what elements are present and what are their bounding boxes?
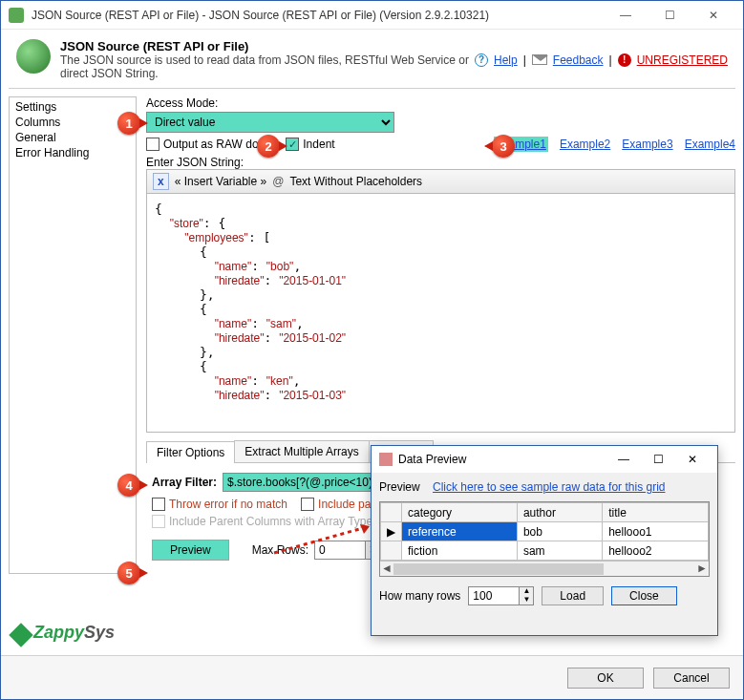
example2-link[interactable]: Example2 bbox=[560, 138, 610, 151]
no-placeholders-label[interactable]: Text Without Placeholders bbox=[289, 175, 422, 188]
preview-window-title: Data Preview bbox=[398, 453, 606, 466]
preview-minimize-button[interactable]: — bbox=[606, 453, 641, 466]
data-preview-window: Data Preview — ☐ ✕ Preview Click here to… bbox=[371, 445, 718, 636]
preview-grid[interactable]: category author title ▶ reference bob he… bbox=[379, 501, 710, 577]
how-many-rows-stepper[interactable]: ▲▼ bbox=[468, 586, 534, 605]
mail-icon bbox=[532, 54, 547, 65]
app-icon bbox=[9, 8, 24, 23]
access-mode-label: Access Mode: bbox=[146, 96, 735, 110]
output-raw-checkbox[interactable] bbox=[146, 138, 159, 151]
grid-scrollbar[interactable]: ◄ ► bbox=[380, 561, 709, 576]
app-logo-icon bbox=[16, 39, 51, 74]
header: JSON Source (REST API or File) The JSON … bbox=[1, 30, 743, 88]
array-filter-input[interactable] bbox=[223, 473, 375, 492]
preview-label: Preview bbox=[379, 480, 420, 494]
throw-error-checkbox[interactable] bbox=[152, 498, 165, 511]
sidebar-item-columns[interactable]: Columns bbox=[11, 115, 134, 130]
callout-1: 1 bbox=[117, 112, 140, 135]
page-title: JSON Source (REST API or File) bbox=[60, 39, 475, 53]
tab-filter-options[interactable]: Filter Options bbox=[146, 441, 235, 463]
preview-maximize-button[interactable]: ☐ bbox=[641, 453, 675, 466]
load-button[interactable]: Load bbox=[542, 586, 604, 605]
preview-close-button[interactable]: ✕ bbox=[675, 453, 710, 466]
how-many-rows-label: How many rows bbox=[379, 589, 460, 603]
example3-link[interactable]: Example3 bbox=[622, 138, 672, 151]
preview-window-icon bbox=[379, 453, 393, 466]
window-title: JSON Source (REST API or File) - JSON So… bbox=[32, 9, 604, 22]
zappysys-logo-icon bbox=[9, 623, 32, 647]
zappysys-logo: ZappySys bbox=[12, 623, 115, 644]
help-link[interactable]: Help bbox=[494, 53, 518, 67]
feedback-link[interactable]: Feedback bbox=[553, 53, 604, 67]
popup-close-button[interactable]: Close bbox=[611, 586, 677, 605]
insert-variable-label[interactable]: « Insert Variable » bbox=[175, 175, 267, 188]
callout-5: 5 bbox=[117, 562, 140, 584]
sidebar-item-error-handling[interactable]: Error Handling bbox=[11, 145, 134, 160]
access-mode-select[interactable]: Direct value bbox=[146, 112, 394, 133]
preview-button[interactable]: Preview bbox=[152, 540, 229, 561]
preview-raw-link[interactable]: Click here to see sample raw data for th… bbox=[433, 480, 665, 494]
include-parent-cols-label: Include Parent Columns with Array Type =… bbox=[169, 515, 390, 528]
callout-2: 2 bbox=[257, 135, 280, 158]
array-filter-label: Array Filter: bbox=[152, 476, 217, 489]
example4-link[interactable]: Example4 bbox=[685, 138, 735, 151]
unregistered-link[interactable]: UNREGISTERED bbox=[637, 53, 728, 67]
table-row: ▶ reference bob hellooo1 bbox=[381, 522, 709, 541]
maximize-button[interactable]: ☐ bbox=[648, 1, 691, 30]
enter-json-label: Enter JSON String: bbox=[146, 156, 735, 169]
sidebar: Settings Columns General Error Handling bbox=[9, 96, 137, 574]
table-row: fiction sam hellooo2 bbox=[381, 541, 709, 561]
include-parent-checkbox[interactable] bbox=[301, 498, 314, 511]
throw-error-label: Throw error if no match bbox=[169, 498, 287, 511]
sidebar-item-settings[interactable]: Settings bbox=[11, 99, 134, 115]
titlebar: JSON Source (REST API or File) - JSON So… bbox=[1, 1, 743, 30]
sidebar-item-general[interactable]: General bbox=[11, 130, 134, 145]
include-parent-cols-checkbox bbox=[152, 515, 165, 528]
close-button[interactable]: ✕ bbox=[691, 1, 735, 30]
indent-label: Indent bbox=[303, 138, 334, 151]
unregistered-icon: ! bbox=[618, 53, 631, 67]
page-subtitle: The JSON source is used to read data fro… bbox=[60, 53, 475, 80]
col-author[interactable]: author bbox=[517, 503, 602, 522]
col-title[interactable]: title bbox=[603, 503, 709, 522]
col-category[interactable]: category bbox=[402, 503, 518, 522]
insert-variable-icon[interactable]: x bbox=[153, 173, 169, 190]
callout-4: 4 bbox=[117, 474, 140, 497]
minimize-button[interactable]: — bbox=[604, 1, 648, 30]
indent-checkbox[interactable] bbox=[286, 138, 299, 151]
max-rows-label: Max Rows: bbox=[252, 543, 308, 557]
callout-3: 3 bbox=[492, 135, 515, 158]
help-icon: ? bbox=[475, 53, 488, 67]
tab-extract-arrays[interactable]: Extract Multiple Arrays bbox=[234, 440, 369, 462]
placeholder-icon: @ bbox=[272, 175, 284, 188]
json-toolbar: x « Insert Variable » @ Text Without Pla… bbox=[146, 169, 735, 194]
ok-button[interactable]: OK bbox=[567, 668, 644, 689]
footer: OK Cancel bbox=[1, 655, 743, 699]
json-textarea[interactable]: { "store": { "employees": [ { "name": "b… bbox=[146, 194, 735, 433]
cancel-button[interactable]: Cancel bbox=[653, 668, 730, 689]
